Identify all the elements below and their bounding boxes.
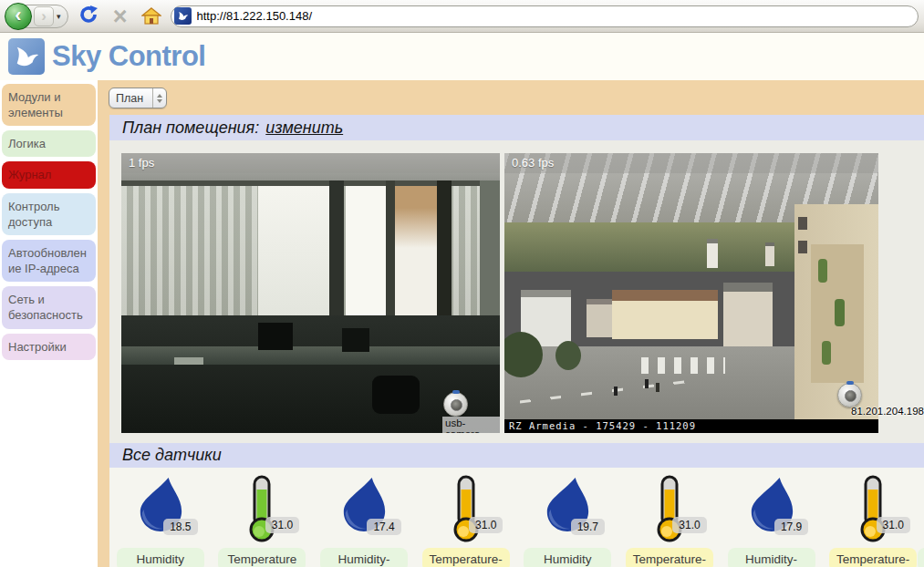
sensor-value: 31.0 xyxy=(265,517,299,533)
back-button[interactable]: ‹ xyxy=(5,3,32,30)
plan-title: План помещения: xyxy=(122,119,259,138)
sensor-value: 31.0 xyxy=(672,517,706,533)
sidebar: Модули и элементы Логика Журнал Контроль… xyxy=(0,80,98,567)
sensors-panel: 18.5 Humidity 31.0 Temperature xyxy=(109,468,924,567)
sensors-header-bar: Все датчики xyxy=(109,443,924,468)
select-stepper-icon xyxy=(152,88,166,108)
site-favicon xyxy=(174,7,192,25)
app-title: Sky Control xyxy=(52,40,205,73)
sidebar-item-journal[interactable]: Журнал xyxy=(2,161,96,188)
stop-button[interactable]: × xyxy=(109,5,132,28)
nav-button-group: ‹ › ▾ xyxy=(5,5,68,28)
home-icon xyxy=(141,7,161,26)
home-button[interactable] xyxy=(140,7,163,26)
page-content: Модули и элементы Логика Журнал Контроль… xyxy=(0,80,924,567)
bird-icon xyxy=(177,10,189,22)
app-header: Sky Control xyxy=(0,33,924,80)
sidebar-item-modules[interactable]: Модули и элементы xyxy=(2,84,96,126)
sensor-label: Temperature- xyxy=(626,548,713,567)
camera-2-name: 81.201.204.198 xyxy=(851,406,924,417)
plan-header-bar: План помещения: изменить xyxy=(109,115,924,140)
sensor-value: 19.7 xyxy=(571,519,605,535)
camera-1-view[interactable]: 1 fps usb-camera xyxy=(121,153,500,433)
sensor-label: Humidity- xyxy=(320,548,408,567)
sky-control-logo xyxy=(8,38,45,75)
back-arrow-icon: ‹ xyxy=(15,4,21,26)
sidebar-item-settings[interactable]: Настройки xyxy=(2,334,96,360)
sensor-temperature-3[interactable]: 31.0 Temperature- xyxy=(618,468,721,567)
webcam-icon[interactable] xyxy=(837,383,862,407)
sidebar-item-access[interactable]: Контроль доступа xyxy=(2,193,96,235)
dove-icon xyxy=(13,43,40,70)
sidebar-item-ip-autoupdate[interactable]: Автообновление IP-адреса xyxy=(2,240,96,282)
browser-toolbar: ‹ › ▾ × xyxy=(0,0,924,33)
sensor-temperature-1[interactable]: 31.0 Temperature xyxy=(212,468,314,567)
refresh-button[interactable] xyxy=(76,5,101,28)
webcam-icon[interactable] xyxy=(443,392,468,417)
stop-x-icon: × xyxy=(113,3,128,30)
sensor-humidity-4[interactable]: 17.9 Humidity- xyxy=(721,468,823,567)
camera-2-view[interactable]: 0.63 fps RZ Armedia - 175429 - 111209 xyxy=(504,153,878,433)
plan-edit-link[interactable]: изменить xyxy=(265,119,343,138)
sensor-value: 31.0 xyxy=(469,517,503,533)
sensor-value: 18.5 xyxy=(163,519,197,535)
stepper-down-icon xyxy=(157,99,162,103)
sensor-label: Humidity xyxy=(524,548,611,567)
sensor-temperature-4[interactable]: 31.0 Temperature- xyxy=(822,468,924,567)
forward-button[interactable]: › xyxy=(34,6,54,26)
sensor-value: 17.9 xyxy=(774,519,808,535)
sensor-value: 17.4 xyxy=(367,519,400,535)
camera-2-fps: 0.63 fps xyxy=(504,153,878,173)
refresh-icon xyxy=(78,5,99,25)
sensor-label: Temperature- xyxy=(829,548,917,567)
forward-arrow-icon: › xyxy=(41,7,47,25)
sensor-label: Humidity xyxy=(117,548,204,567)
main-area: План План помещения: изменить xyxy=(98,80,924,567)
sidebar-item-logic[interactable]: Логика xyxy=(2,130,96,157)
sensor-label-partial xyxy=(918,548,924,567)
camera-1-fps: 1 fps xyxy=(121,153,500,173)
url-input[interactable] xyxy=(197,9,908,23)
address-bar[interactable] xyxy=(171,5,919,27)
stepper-up-icon xyxy=(157,94,162,98)
sidebar-item-network[interactable]: Сеть и безопасность xyxy=(2,286,96,328)
cameras-panel: 1 fps usb-camera xyxy=(109,140,924,443)
sensor-label: Temperature- xyxy=(422,548,510,567)
history-dropdown-button[interactable]: ▾ xyxy=(54,6,64,26)
sensor-humidity-2[interactable]: 17.4 Humidity- xyxy=(313,468,415,567)
sensor-humidity-3[interactable]: 19.7 Humidity xyxy=(517,468,619,567)
plan-select-row: План xyxy=(98,80,924,115)
sensors-header: Все датчики xyxy=(122,446,222,465)
sensor-value: 31.0 xyxy=(877,517,910,533)
sensor-humidity-1[interactable]: 18.5 Humidity xyxy=(109,468,212,567)
sensor-label: Temperature xyxy=(218,548,306,567)
chevron-down-icon: ▾ xyxy=(57,12,61,21)
sensor-temperature-2[interactable]: 31.0 Temperature- xyxy=(415,468,517,567)
plan-select[interactable]: План xyxy=(109,88,167,108)
camera-1-name: usb-camera xyxy=(442,417,500,433)
plan-select-value: План xyxy=(116,92,143,105)
sensor-label: Humidity- xyxy=(728,548,815,567)
camera-2-osd-text: RZ Armedia - 175429 - 111209 xyxy=(504,419,878,433)
